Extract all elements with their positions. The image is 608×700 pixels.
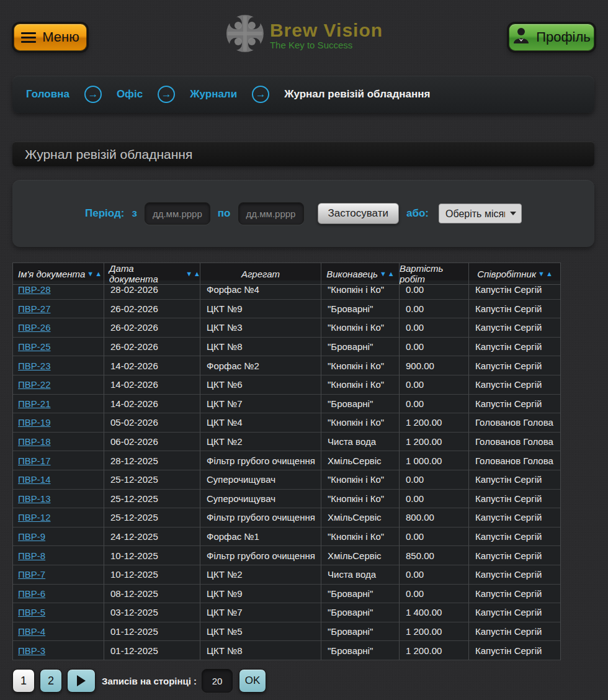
cell-unit: Фільтр грубого очищення [200, 451, 321, 470]
table-row: ПВР-23 14-02-2026 Форфас №2 "Кнопкін і К… [13, 356, 560, 375]
document-link[interactable]: ПВР-6 [18, 588, 45, 599]
cell-employee: Капустін Сергій [469, 508, 560, 527]
cell-employee: Капустін Сергій [469, 338, 560, 357]
sort-desc-icon[interactable]: ▼ [87, 270, 93, 277]
cell-date: 28-12-2025 [104, 451, 200, 470]
document-link[interactable]: ПВР-14 [18, 474, 50, 485]
table-row: ПВР-9 24-12-2025 Форфас №1 "Кнопкін і Ко… [13, 527, 560, 547]
document-link[interactable]: ПВР-9 [18, 531, 45, 542]
cell-unit: Форфас №4 [200, 280, 321, 300]
cell-date: 10-12-2025 [104, 546, 200, 565]
cell-cost: 1 200.00 [400, 622, 469, 642]
cell-cost: 0.00 [400, 565, 469, 585]
cell-date: 01-12-2025 [104, 641, 200, 660]
page-button-2[interactable]: 2 [40, 669, 62, 693]
cell-employee: Голованов Голова [469, 433, 560, 452]
cell-date: 26-02-2026 [104, 318, 200, 338]
document-link[interactable]: ПВР-26 [18, 322, 50, 333]
document-link[interactable]: ПВР-12 [18, 512, 50, 523]
cell-employee: Капустін Сергій [469, 356, 560, 375]
sort-desc-icon[interactable]: ▼ [380, 270, 386, 277]
date-to-input[interactable] [238, 202, 304, 225]
document-link[interactable]: ПВР-21 [18, 398, 50, 409]
cell-unit: ЦКТ №8 [200, 338, 321, 357]
cell-employee: Капустін Сергій [469, 641, 560, 660]
document-link[interactable]: ПВР-4 [18, 626, 45, 637]
profile-button[interactable]: Профіль [509, 24, 594, 51]
breadcrumb-link-home[interactable]: Головна [26, 88, 69, 101]
document-link[interactable]: ПВР-23 [18, 361, 50, 371]
page-title: Журнал ревізій обладнання [12, 141, 594, 166]
document-link[interactable]: ПВР-18 [18, 436, 50, 447]
document-link[interactable]: ПВР-13 [18, 493, 50, 504]
sort-desc-icon[interactable]: ▼ [186, 270, 192, 277]
cell-cost: 0.00 [400, 470, 469, 490]
sort-asc-icon[interactable]: ▲ [546, 270, 552, 277]
table-row: ПВР-6 08-12-2025 ЦКТ №9 "Броварні" 0.00 … [13, 585, 560, 604]
cell-unit: Суперочищувач [200, 470, 321, 490]
breadcrumb: Головна → Офіс → Журнали → Журнал ревізі… [12, 76, 594, 113]
table-row: ПВР-7 10-12-2025 ЦКТ №2 Чиста вода 0.00 … [13, 565, 560, 585]
sort-asc-icon[interactable]: ▲ [194, 270, 200, 277]
play-next-icon [77, 675, 86, 686]
breadcrumb-arrow-icon[interactable]: → [252, 86, 269, 103]
month-select[interactable]: Оберіть місяць [439, 204, 522, 223]
filter-panel: Період: з по Застосувати або: Оберіть мі… [12, 180, 594, 247]
document-link[interactable]: ПВР-17 [18, 455, 50, 466]
table-row: ПВР-3 01-12-2025 ЦКТ №8 "Броварні" 1 200… [13, 641, 560, 660]
date-from-input[interactable] [145, 202, 210, 225]
sort-asc-icon[interactable]: ▲ [388, 270, 394, 277]
document-link[interactable]: ПВР-19 [18, 417, 50, 428]
table-row: ПВР-8 10-12-2025 Фільтр грубого очищення… [13, 546, 560, 565]
logo-icon [225, 14, 265, 56]
cell-employee: Капустін Сергій [469, 622, 560, 642]
apply-button[interactable]: Застосувати [318, 203, 399, 224]
cell-contractor: "Кнопкін і Ко" [321, 413, 400, 433]
cell-cost: 1 000.00 [400, 451, 469, 470]
table-row: ПВР-22 14-02-2026 ЦКТ №6 "Кнопкін і Ко" … [13, 375, 560, 395]
document-link[interactable]: ПВР-22 [18, 379, 50, 390]
breadcrumb-arrow-icon[interactable]: → [84, 86, 102, 103]
breadcrumb-arrow-icon[interactable]: → [158, 86, 175, 103]
ok-button[interactable]: OK [239, 669, 266, 693]
menu-button[interactable]: Меню [14, 24, 87, 51]
cell-contractor: "Кнопкін і Ко" [321, 318, 400, 338]
cell-contractor: Чиста вода [321, 433, 400, 452]
document-link[interactable]: ПВР-3 [18, 645, 45, 656]
or-label: або: [406, 207, 429, 220]
cell-date: 25-12-2025 [104, 490, 200, 509]
next-page-button[interactable] [67, 669, 96, 693]
document-link[interactable]: ПВР-5 [18, 607, 45, 617]
cell-unit: ЦКТ №6 [200, 375, 321, 395]
cell-date: 26-02-2026 [104, 300, 200, 319]
page-button-1[interactable]: 1 [12, 669, 35, 693]
sort-desc-icon[interactable]: ▼ [538, 270, 544, 277]
document-link[interactable]: ПВР-28 [18, 284, 50, 295]
cell-contractor: "Броварні" [321, 338, 400, 357]
breadcrumb-link-journals[interactable]: Журнали [190, 88, 237, 101]
sort-asc-icon[interactable]: ▲ [95, 270, 101, 277]
cell-contractor: "Броварні" [321, 395, 400, 414]
cell-unit: ЦКТ №3 [200, 318, 321, 338]
breadcrumb-link-office[interactable]: Офіс [117, 88, 143, 101]
document-link[interactable]: ПВР-7 [18, 569, 45, 580]
cell-employee: Капустін Сергій [469, 565, 560, 585]
cell-date: 14-02-2026 [104, 375, 200, 395]
cell-date: 25-12-2025 [104, 470, 200, 490]
table-row: ПВР-4 01-12-2025 ЦКТ №5 "Броварні" 1 200… [13, 622, 560, 642]
cell-contractor: "Броварні" [321, 300, 400, 319]
document-link[interactable]: ПВР-25 [18, 341, 50, 352]
to-label: по [218, 207, 231, 220]
document-link[interactable]: ПВР-8 [18, 550, 45, 561]
cell-cost: 850.00 [400, 546, 469, 565]
cell-date: 26-02-2026 [104, 338, 200, 357]
cell-unit: ЦКТ №9 [200, 585, 321, 604]
cell-unit: ЦКТ №4 [200, 413, 321, 433]
cell-employee: Капустін Сергій [469, 470, 560, 490]
table-row: ПВР-26 26-02-2026 ЦКТ №3 "Кнопкін і Ко" … [13, 318, 560, 338]
profile-button-label: Профіль [536, 29, 591, 45]
per-page-input[interactable] [202, 669, 233, 693]
document-link[interactable]: ПВР-27 [18, 303, 50, 314]
cell-cost: 0.00 [400, 300, 469, 319]
cell-contractor: ХмільСервіс [321, 508, 400, 527]
